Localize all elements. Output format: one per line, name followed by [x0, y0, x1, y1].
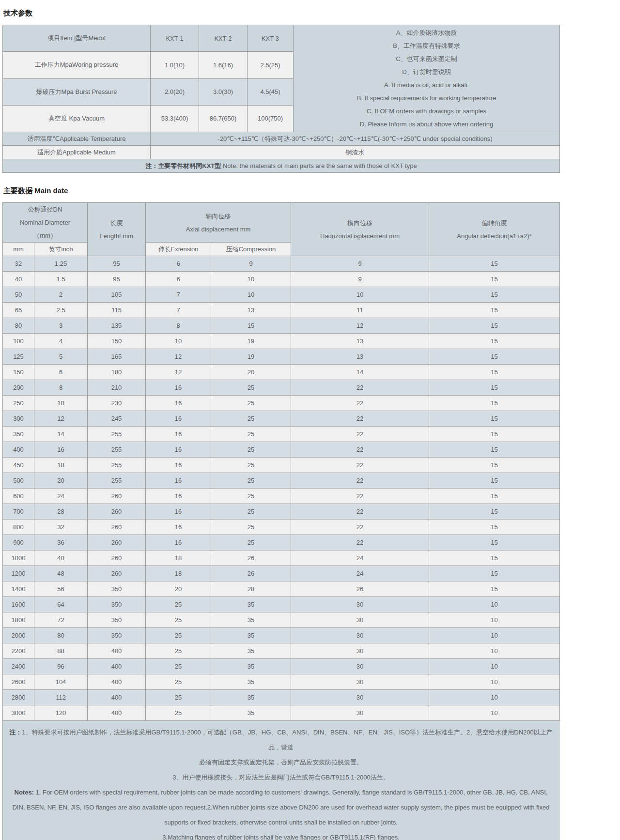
cell-dn-inch: 72 — [34, 612, 88, 628]
ordering-note-line: A. If media is oil, acid or alkali. — [296, 78, 557, 92]
cell-dn-mm: 600 — [3, 489, 34, 504]
table-row: 40 1.5 95 6 10 9 15 — [3, 272, 560, 287]
cell-extension: 16 — [146, 380, 211, 396]
cell-horizontal: 22 — [291, 442, 429, 458]
ordering-note-line: D、订货时需说明 — [296, 65, 557, 78]
model-kxt2-header: KXT-2 — [199, 25, 248, 52]
cell-length: 135 — [88, 318, 146, 334]
cell-extension: 25 — [146, 705, 211, 721]
temperature-label: 适用温度℃Applicable Temperature — [3, 132, 151, 146]
cell-dn-inch: 64 — [34, 597, 88, 612]
note-line: 3、用户使用橡胶接头，对应法兰应是阀门法兰或符合GB/T9115.1-2000法… — [6, 770, 556, 785]
cell-extension: 7 — [146, 303, 211, 318]
cell-extension: 16 — [146, 396, 211, 411]
cell-compression: 10 — [211, 287, 291, 303]
cell-compression: 25 — [211, 504, 291, 519]
kxt3-value: 2.5(25) — [248, 52, 294, 78]
table-row: 3000 120 400 25 35 30 10 — [3, 705, 560, 721]
cell-angular: 10 — [429, 705, 560, 721]
cell-dn-mm: 450 — [3, 458, 34, 473]
cell-dn-mm: 40 — [3, 272, 34, 287]
cell-compression: 25 — [211, 473, 291, 489]
cell-dn-mm: 500 — [3, 473, 34, 489]
cell-compression: 9 — [211, 256, 291, 272]
cell-horizontal: 22 — [291, 535, 429, 550]
cell-length: 150 — [88, 334, 146, 349]
cell-compression: 35 — [211, 643, 291, 659]
cell-length: 400 — [88, 659, 146, 674]
header-line: Nominal Diameter — [5, 216, 85, 229]
header-line: LengthLmm — [90, 229, 143, 243]
cell-length: 95 — [88, 272, 146, 287]
inch-subheader: 英寸inch — [34, 243, 88, 256]
cell-length: 255 — [88, 458, 146, 473]
cell-compression: 25 — [211, 458, 291, 473]
cell-dn-inch: 28 — [34, 504, 88, 519]
cell-length: 400 — [88, 674, 146, 690]
cell-horizontal: 22 — [291, 473, 429, 489]
cell-dn-mm: 150 — [3, 365, 34, 380]
cell-dn-mm: 1400 — [3, 581, 34, 597]
cell-dn-inch: 18 — [34, 458, 88, 473]
cell-dn-inch: 24 — [34, 489, 88, 504]
cell-angular: 15 — [429, 535, 560, 550]
table-row: 300 12 245 16 25 22 15 — [3, 411, 560, 427]
cell-horizontal: 22 — [291, 489, 429, 504]
cell-horizontal: 22 — [291, 396, 429, 411]
compression-subheader: 压缩Compression — [211, 243, 291, 256]
cell-horizontal: 30 — [291, 612, 429, 628]
cell-dn-mm: 2000 — [3, 628, 34, 643]
cell-horizontal: 13 — [291, 334, 429, 349]
cell-angular: 15 — [429, 256, 560, 272]
cell-extension: 16 — [146, 411, 211, 427]
cell-compression: 26 — [211, 550, 291, 566]
cell-angular: 15 — [429, 427, 560, 442]
table-row: 2600 104 400 25 35 30 10 — [3, 674, 560, 690]
header-line: 公称通径DN — [5, 203, 85, 216]
table-row: 1000 40 260 18 26 24 15 — [3, 550, 560, 566]
cell-dn-inch: 6 — [34, 365, 88, 380]
ordering-note-line: C、也可来函来图定制 — [296, 52, 557, 65]
note-line: 必须有固定支撑或固定托架，否则产品应安装防拉脱装置。 — [6, 755, 556, 770]
cell-extension: 25 — [146, 597, 211, 612]
cell-compression: 25 — [211, 380, 291, 396]
cell-dn-mm: 125 — [3, 349, 34, 365]
main-table-body: 32 1.25 95 6 9 9 15 40 1.5 95 6 10 9 15 — [3, 256, 560, 721]
cell-extension: 20 — [146, 581, 211, 597]
medium-label: 适用介质Applicable Medium — [3, 146, 151, 159]
tech-footnote-zh: 注：主要零件材料同KXT型 — [145, 162, 221, 169]
cell-dn-mm: 350 — [3, 427, 34, 442]
cell-compression: 35 — [211, 705, 291, 721]
cell-dn-inch: 5 — [34, 349, 88, 365]
cell-extension: 6 — [146, 272, 211, 287]
table-row: 2200 88 400 25 35 30 10 — [3, 643, 560, 659]
cell-horizontal: 30 — [291, 628, 429, 643]
ordering-notes-cell: A、如介质钢渣水物质 B、工作温度有特殊要求 C、也可来函来图定制 D、订货时需… — [294, 25, 560, 132]
ordering-note-line: B、工作温度有特殊要求 — [296, 39, 557, 52]
header-line: 偏转角度 — [431, 216, 558, 229]
cell-compression: 25 — [211, 427, 291, 442]
cell-extension: 12 — [146, 365, 211, 380]
cell-dn-mm: 80 — [3, 318, 34, 334]
table-row: 1600 64 350 25 35 30 10 — [3, 597, 560, 612]
cell-length: 350 — [88, 597, 146, 612]
cell-length: 260 — [88, 504, 146, 519]
note-text: 3、用户使用橡胶接头，对应法兰应是阀门法兰或符合GB/T9115.1-2000法… — [172, 774, 389, 781]
kxt1-value: 53.3(400) — [151, 105, 199, 132]
angular-deflection-header: 偏转角度 Angular deflection(a1+a2)° — [429, 203, 560, 256]
cell-extension: 18 — [146, 566, 211, 581]
table-row: 2400 96 400 25 35 30 10 — [3, 659, 560, 674]
header-line: 长度 — [90, 216, 143, 229]
cell-dn-mm: 3000 — [3, 705, 34, 721]
cell-length: 350 — [88, 612, 146, 628]
cell-extension: 6 — [146, 256, 211, 272]
note-text: 必须有固定支撑或固定托架，否则产品应安装防拉脱装置。 — [199, 759, 363, 766]
cell-angular: 15 — [429, 442, 560, 458]
bottom-notes: 注：1、特殊要求可按用户图纸制作，法兰标准采用GB/T9115.1-2000，可… — [2, 721, 559, 840]
cell-angular: 15 — [429, 473, 560, 489]
cell-compression: 10 — [211, 272, 291, 287]
note-line: Notes: 1. For OEM orders with special re… — [6, 785, 556, 800]
main-data-title: 主要数据 Main date — [3, 186, 618, 196]
cell-horizontal: 30 — [291, 643, 429, 659]
note-line: supports or fixed brackets, otherwise co… — [6, 815, 556, 830]
